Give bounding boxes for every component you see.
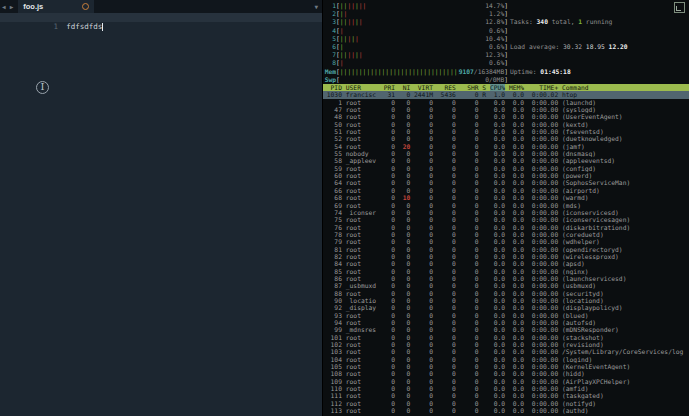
editor-pane: ◀ ▶ foo.js ▼ 1fdfsdfds I xyxy=(0,0,322,416)
process-row[interactable]: 66 root 0 0 0 0 0 0.0 0.0 0:00.00 (airpo… xyxy=(323,187,689,194)
cpu-meter-4: 4[|0.6%] xyxy=(324,27,508,35)
process-row[interactable]: 58 _appleev 0 0 0 0 0 0.0 0.0 0:00.00 (a… xyxy=(323,157,689,164)
cpu-id: 4 xyxy=(324,27,336,35)
swap-meter: Swp[0/0MB] xyxy=(324,76,508,84)
process-row[interactable]: 108 root 0 0 0 0 0 0.0 0.0 0:00.00 (hidd… xyxy=(323,370,689,377)
screen: ◀ ▶ foo.js ▼ 1fdfsdfds I 1[|||||||14.7%]… xyxy=(0,0,689,416)
maximize-pane-icon[interactable] xyxy=(674,2,685,13)
process-row[interactable]: 78 root 0 0 0 0 0 0.0 0.0 0:00.00 (cored… xyxy=(323,231,689,238)
cpu-meter-1: 1[|||||||14.7%] xyxy=(324,2,508,10)
process-row[interactable]: 92 _display 0 0 0 0 0 0.0 0.0 0:00.00 (d… xyxy=(323,304,689,311)
cpu-meter-5: 5[|||||10.4%] xyxy=(324,35,508,43)
process-row[interactable]: 69 root 0 0 0 0 0 0.0 0.0 0:00.00 (mds) xyxy=(323,202,689,209)
meter-bar: | xyxy=(340,27,489,35)
process-row[interactable]: 82 root 0 0 0 0 0 0.0 0.0 0:00.00 (wirel… xyxy=(323,253,689,260)
current-code-line[interactable]: 1fdfsdfds xyxy=(0,13,322,22)
tab-scroll-left-icon[interactable]: ◀ xyxy=(0,0,8,13)
column-header-virt[interactable]: VIRT xyxy=(414,84,433,91)
meter-bar: ||||| xyxy=(340,35,485,43)
memory-meter: Mem[|||||||||||||||||||||||||||||||||910… xyxy=(324,68,508,76)
process-row[interactable]: 103 root 0 0 0 0 0 0.0 0.0 0:00.00 /Syst… xyxy=(323,348,689,355)
column-header-pri[interactable]: PRI xyxy=(384,84,395,91)
process-row[interactable]: 109 root 0 0 0 0 0 0.0 0.0 0:00.00 (AirP… xyxy=(323,378,689,385)
modified-indicator-icon[interactable] xyxy=(82,3,89,10)
process-row[interactable]: 48 root 0 0 0 0 0 0.0 0.0 0:00.00 (UserE… xyxy=(323,113,689,120)
process-row[interactable]: 51 root 0 0 0 0 0 0.0 0.0 0:00.00 (fseve… xyxy=(323,128,689,135)
process-row[interactable]: 59 root 0 0 0 0 0 0.0 0.0 0:00.00 (confi… xyxy=(323,165,689,172)
editor-body[interactable]: 1fdfsdfds I xyxy=(0,13,322,416)
process-row[interactable]: 87 _usbmuxd 0 0 0 0 0 0.0 0.0 0:00.00 (u… xyxy=(323,282,689,289)
process-row[interactable]: 1 root 0 0 0 0 0 0.0 0.0 0:00.00 (launch… xyxy=(323,99,689,106)
process-row[interactable]: 101 root 0 0 0 0 0 0.0 0.0 0:00.00 (stac… xyxy=(323,334,689,341)
process-row[interactable]: 111 root 0 0 0 0 0 0.0 0.0 0:00.00 (task… xyxy=(323,392,689,399)
process-row[interactable]: 112 root 0 0 0 0 0 0.0 0.0 0:00.00 (noti… xyxy=(323,400,689,407)
ibeam-pointer-icon: I xyxy=(36,79,49,94)
process-row[interactable]: 47 root 0 0 0 0 0 0.0 0.0 0:00.00 (syslo… xyxy=(323,106,689,113)
column-header-time[interactable]: TIME+ xyxy=(528,84,558,91)
process-row[interactable]: 68 root 0 10 0 0 0 0.0 0.0 0:00.00 (warm… xyxy=(323,194,689,201)
process-row[interactable]: 99 _mdnsres 0 0 0 0 0 0.0 0.0 0:00.00 (m… xyxy=(323,326,689,333)
process-row[interactable]: 79 root 0 0 0 0 0 0.0 0.0 0:00.00 (wdhel… xyxy=(323,238,689,245)
cpu-percent: 0.6% xyxy=(489,27,504,35)
tab-scroll-right-icon[interactable]: ▶ xyxy=(8,0,16,13)
column-header-pid[interactable]: PID xyxy=(323,84,342,91)
memory-label: Mem xyxy=(324,68,336,76)
tasks-line: Tasks: 340 total, 1 running xyxy=(510,18,628,26)
process-row[interactable]: 55 nobody 0 0 0 0 0 0.0 0.0 0:00.00 (dns… xyxy=(323,150,689,157)
process-row[interactable]: 93 root 0 0 0 0 0 0.0 0.0 0:00.00 (blued… xyxy=(323,312,689,319)
code-text: fdfsdfds xyxy=(66,22,102,31)
text-caret xyxy=(102,23,103,31)
cpu-id: 3 xyxy=(324,18,336,26)
meter-bar: | xyxy=(340,43,489,51)
process-table[interactable]: 1030 francisc 31 0 2441M 5436 0 R 1.0 0.… xyxy=(323,91,689,416)
meter-bar: | xyxy=(340,59,489,67)
column-header-command[interactable]: Command xyxy=(562,84,589,91)
process-table-header[interactable]: PID USER PRI NI VIRT RES SHR S CPU% MEM%… xyxy=(323,84,689,91)
swap-value: 0/0MB xyxy=(485,76,504,84)
process-row[interactable]: 52 root 0 0 0 0 0 0.0 0.0 0:00.00 (duetk… xyxy=(323,135,689,142)
cpu-percent: 0.6% xyxy=(489,59,504,67)
process-row[interactable]: 94 root 0 0 0 0 0 0.0 0.0 0:00.00 (autof… xyxy=(323,319,689,326)
process-row[interactable]: 110 root 0 0 0 0 0 0.0 0.0 0:00.00 (amfi… xyxy=(323,385,689,392)
terminal-pane[interactable]: 1[|||||||14.7%]2[||1.2%]3[||||||12.8%]4[… xyxy=(323,0,689,416)
cpu-percent: 12.3% xyxy=(485,51,504,59)
process-row[interactable]: 104 root 0 0 0 0 0 0.0 0.0 0:00.00 (logi… xyxy=(323,356,689,363)
load-1: 30.32 xyxy=(563,43,582,50)
process-row-selected[interactable]: 1030 francisc 31 0 2441M 5436 0 R 1.0 0.… xyxy=(323,91,689,98)
column-header-cpu[interactable]: CPU% xyxy=(490,84,505,91)
column-header-res[interactable]: RES xyxy=(437,84,456,91)
process-row[interactable]: 88 root 0 0 0 0 0 0.0 0.0 0:00.00 (secur… xyxy=(323,290,689,297)
process-row[interactable]: 113 root 0 0 0 0 0 0.0 0.0 0:00.00 (auth… xyxy=(323,407,689,414)
process-row[interactable]: 105 root 0 0 0 0 0 0.0 0.0 0:00.00 (Kern… xyxy=(323,363,689,370)
process-row[interactable]: 54 root 0 20 0 0 0 0.0 0.0 0:00.00 (jamf… xyxy=(323,143,689,150)
column-header-user[interactable]: USER xyxy=(346,84,380,91)
process-row[interactable]: 81 root 0 0 0 0 0 0.0 0.0 0:00.00 (opend… xyxy=(323,246,689,253)
tasks-total: 340 xyxy=(537,18,548,25)
process-row[interactable]: 60 root 0 0 0 0 0 0.0 0.0 0:00.00 (power… xyxy=(323,172,689,179)
tab-foo-js[interactable]: foo.js xyxy=(18,0,94,13)
column-header-s[interactable]: S xyxy=(482,84,486,91)
meter-bar: |||||| xyxy=(340,51,485,59)
line-number: 1 xyxy=(36,22,66,31)
cpu-id: 1 xyxy=(324,2,336,10)
column-header-ni[interactable]: NI xyxy=(399,84,410,91)
process-row[interactable]: 64 root 0 0 0 0 0 0.0 0.0 0:00.00 (Sopho… xyxy=(323,179,689,186)
process-row[interactable]: 90 _locatio 0 0 0 0 0 0.0 0.0 0:00.00 (l… xyxy=(323,297,689,304)
process-row[interactable]: 74 _iconser 0 0 0 0 0 0.0 0.0 0:00.00 (i… xyxy=(323,209,689,216)
process-row[interactable]: 102 root 0 0 0 0 0 0.0 0.0 0:00.00 (revi… xyxy=(323,341,689,348)
column-header-mem[interactable]: MEM% xyxy=(509,84,524,91)
cpu-percent: 12.8% xyxy=(485,18,504,26)
process-row[interactable]: 85 root 0 0 0 0 0 0.0 0.0 0:00.00 (nginx… xyxy=(323,268,689,275)
process-row[interactable]: 50 root 0 0 0 0 0 0.0 0.0 0:00.00 (kextd… xyxy=(323,121,689,128)
process-row[interactable]: 75 root 0 0 0 0 0 0.0 0.0 0:00.00 (icons… xyxy=(323,216,689,223)
meter-bar xyxy=(340,76,485,84)
cpu-meter-8: 8[|0.6%] xyxy=(324,59,508,67)
column-header-shr[interactable]: SHR xyxy=(460,84,479,91)
process-row[interactable]: 76 root 0 0 0 0 0 0.0 0.0 0:00.00 (diska… xyxy=(323,224,689,231)
tab-list-dropdown-icon[interactable]: ▼ xyxy=(314,0,318,13)
process-row[interactable]: 84 root 0 0 0 0 0 0.0 0.0 0:00.00 (apsd) xyxy=(323,260,689,267)
cpu-id: 7 xyxy=(324,51,336,59)
tab-bar: ◀ ▶ foo.js ▼ xyxy=(0,0,322,13)
uptime-line: Uptime: 01:45:18 xyxy=(510,68,628,76)
process-row[interactable]: 86 root 0 0 0 0 0 0.0 0.0 0:00.00 (launc… xyxy=(323,275,689,282)
